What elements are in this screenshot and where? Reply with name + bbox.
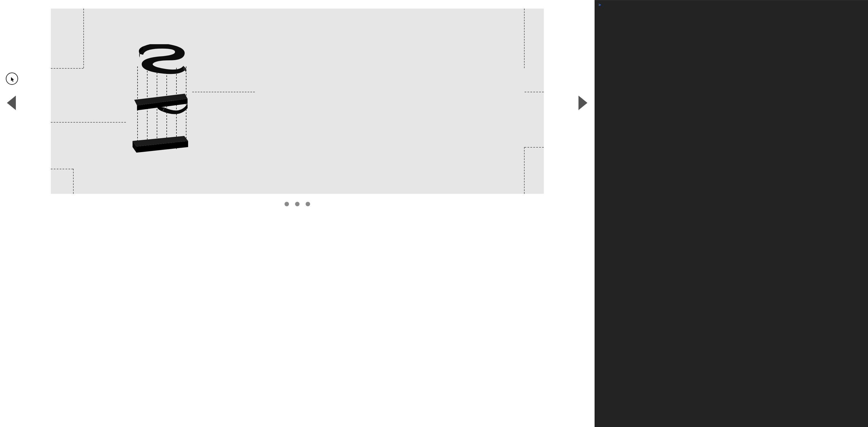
slideshow-pane [0,0,595,427]
prev-slide-button[interactable] [7,96,16,110]
letter-j-icon [134,94,188,114]
letter-i-icon [132,136,188,153]
letter-s-icon [139,44,186,74]
next-slide-button[interactable] [579,96,587,110]
slide-dot-2[interactable] [295,202,300,206]
slide-dots [284,202,310,206]
console-prompt-icon: > [598,2,601,7]
console-input[interactable] [603,2,714,7]
exploded-3d-logo [129,44,190,158]
devtools-console-pane: > [595,0,868,427]
slide-guides [51,9,544,194]
logo-svg [129,44,190,158]
slide-viewport [51,9,544,194]
slide-dot-1[interactable] [284,202,289,206]
cursor-indicator-icon [6,72,18,85]
console-prompt-line: > [598,2,714,7]
slide-dot-3[interactable] [306,202,310,206]
